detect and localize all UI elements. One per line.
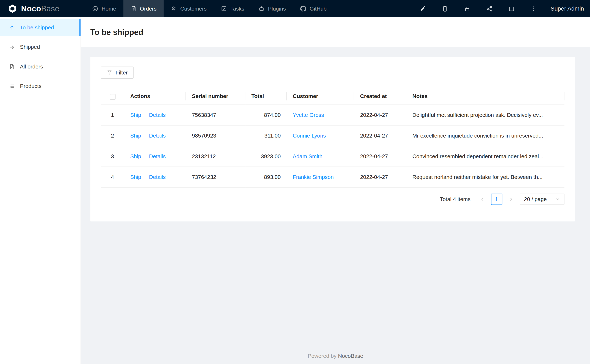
- pagination: Total 4 items 1 20 / page: [101, 193, 564, 205]
- sidebar-item-shipped[interactable]: Shipped: [0, 38, 80, 56]
- table-row: 2 ShipDetails 98570923 311.00 Connie Lyo…: [101, 125, 564, 146]
- created-cell: 2022-04-27: [354, 125, 406, 146]
- action-divider: [145, 112, 145, 117]
- brand-name: NocoBase: [21, 4, 60, 13]
- customer-link[interactable]: Adam Smith: [293, 153, 323, 159]
- action-divider: [145, 133, 145, 138]
- navbar-tools: [420, 5, 537, 12]
- serial-cell: 75638347: [186, 105, 245, 125]
- created-cell: 2022-04-27: [354, 105, 406, 125]
- notes-cell: Delightful met sufficient projection ask…: [406, 105, 564, 125]
- row-index: 1: [101, 105, 124, 125]
- nav-item-label: Home: [102, 6, 116, 12]
- pagination-total: Total 4 items: [440, 196, 471, 202]
- actions-cell: ShipDetails: [124, 146, 186, 167]
- sidebar-item-all-orders[interactable]: All orders: [0, 58, 80, 75]
- app-window: NocoBase Home Orders Customers: [0, 0, 590, 364]
- sidebar-item-label: Products: [20, 83, 41, 89]
- sidebar-item-to-be-shipped[interactable]: To be shipped: [0, 19, 80, 36]
- top-navbar: NocoBase Home Orders Customers: [0, 0, 590, 17]
- more-icon[interactable]: [530, 5, 537, 12]
- details-link[interactable]: Details: [149, 133, 166, 139]
- ship-link[interactable]: Ship: [130, 153, 141, 159]
- page-size-select[interactable]: 20 / page: [519, 193, 564, 205]
- page-header: To be shipped: [81, 17, 590, 47]
- list-icon: [9, 83, 15, 89]
- nav-item-home[interactable]: Home: [85, 0, 123, 17]
- table-row: 1 ShipDetails 75638347 874.00 Yvette Gro…: [101, 105, 564, 125]
- total-cell: 3923.00: [245, 146, 287, 167]
- orders-icon: [130, 6, 136, 12]
- total-cell: 874.00: [245, 105, 287, 125]
- brand-name-light: Base: [41, 4, 60, 13]
- sidebar-item-label: Shipped: [20, 44, 40, 50]
- total-cell: 893.00: [245, 167, 287, 187]
- table-header-row: Actions Serial number Total Customer Cre…: [101, 88, 564, 104]
- column-header-total: Total: [245, 88, 287, 104]
- page-size-value: 20 / page: [524, 196, 547, 202]
- brand[interactable]: NocoBase: [0, 0, 85, 17]
- column-header-customer: Customer: [287, 88, 354, 104]
- ui-editor-icon[interactable]: [420, 5, 426, 12]
- ship-link[interactable]: Ship: [130, 133, 141, 139]
- row-index: 3: [101, 146, 124, 167]
- notes-cell: Request norland neither mistake for yet.…: [406, 167, 564, 187]
- nocobase-logo-icon: [7, 4, 17, 13]
- page-number-button[interactable]: 1: [491, 193, 502, 205]
- nav-item-plugins[interactable]: Plugins: [252, 0, 293, 17]
- layout-icon[interactable]: [508, 5, 515, 12]
- select-all-header: [101, 88, 124, 104]
- column-header-notes: Notes: [406, 88, 564, 104]
- nav-item-label: GitHub: [310, 6, 326, 12]
- customer-cell: Adam Smith: [287, 146, 354, 167]
- column-header-serial: Serial number: [186, 88, 245, 104]
- navbar-right: Super Admin: [420, 0, 590, 17]
- plugins-icon: [259, 6, 265, 12]
- ship-link[interactable]: Ship: [130, 112, 141, 118]
- arrow-right-icon: [9, 44, 15, 50]
- nav-item-github[interactable]: GitHub: [293, 0, 334, 17]
- customer-link[interactable]: Frankie Simpson: [293, 174, 334, 180]
- brand-name-bold: Noco: [21, 4, 41, 13]
- nav-item-tasks[interactable]: Tasks: [214, 0, 252, 17]
- nav-item-label: Tasks: [230, 6, 244, 12]
- page-content: Filter Actions Serial number Total Custo…: [81, 47, 590, 364]
- api-cluster-icon[interactable]: [486, 5, 493, 12]
- prev-page-button[interactable]: [477, 193, 488, 205]
- table-row: 3 ShipDetails 23132112 3923.00 Adam Smit…: [101, 146, 564, 167]
- chevron-down-icon: [556, 197, 560, 201]
- total-cell: 311.00: [245, 125, 287, 146]
- nav-item-customers[interactable]: Customers: [164, 0, 214, 17]
- home-icon: [92, 6, 98, 12]
- sidebar-item-products[interactable]: Products: [0, 77, 80, 95]
- table-row: 4 ShipDetails 73764232 893.00 Frankie Si…: [101, 167, 564, 187]
- customer-cell: Frankie Simpson: [287, 167, 354, 187]
- customer-link[interactable]: Yvette Gross: [293, 112, 324, 118]
- lock-icon[interactable]: [464, 5, 471, 12]
- serial-cell: 98570923: [186, 125, 245, 146]
- main-area: To be shipped Filter: [81, 17, 590, 364]
- user-menu[interactable]: Super Admin: [551, 5, 584, 12]
- details-link[interactable]: Details: [149, 112, 166, 118]
- arrow-up-icon: [9, 25, 15, 30]
- select-all-checkbox[interactable]: [110, 94, 115, 99]
- notes-cell: Convinced resembled dependent remainder …: [406, 146, 564, 167]
- created-cell: 2022-04-27: [354, 146, 406, 167]
- filter-button[interactable]: Filter: [101, 67, 134, 78]
- page-title: To be shipped: [90, 28, 143, 37]
- customer-link[interactable]: Connie Lyons: [293, 133, 326, 139]
- orders-card: Filter Actions Serial number Total Custo…: [90, 57, 575, 221]
- filter-button-label: Filter: [115, 70, 128, 76]
- details-link[interactable]: Details: [149, 153, 166, 159]
- nav-item-orders[interactable]: Orders: [123, 0, 164, 17]
- nav-item-label: Orders: [140, 6, 157, 12]
- created-cell: 2022-04-27: [354, 167, 406, 187]
- serial-cell: 23132112: [186, 146, 245, 167]
- details-link[interactable]: Details: [149, 174, 166, 180]
- footer-brand: NocoBase: [338, 353, 363, 359]
- column-header-created: Created at: [354, 88, 406, 104]
- mobile-client-icon[interactable]: [442, 5, 448, 12]
- next-page-button[interactable]: [505, 193, 517, 205]
- ship-link[interactable]: Ship: [130, 174, 141, 180]
- action-divider: [145, 154, 145, 159]
